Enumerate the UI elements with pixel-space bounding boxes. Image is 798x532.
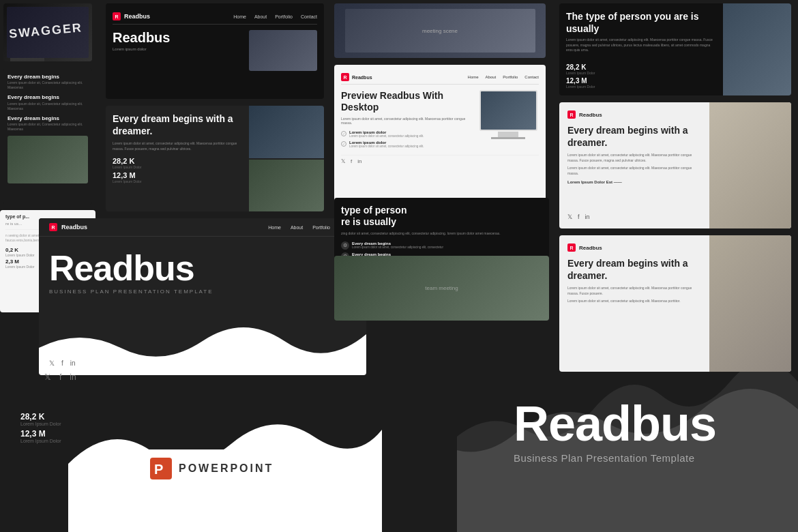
svg-text:P: P [154,462,163,477]
main-card-title: Readbus [49,250,356,286]
card6-check2-body: Lorem ipsum dolor sit amet, consectetur … [349,145,424,148]
card8-body2: Lorem ipsum dolor sit amet, consectetur … [567,166,701,176]
card2-title3: Every dream begins [8,115,88,122]
card6-twitter: 𝕏 [341,158,345,164]
card2-body1: Lorem ipsum dolor sit, Consectetur adipi… [8,80,88,90]
card4-stat1-num: 28,2 K [113,157,242,165]
linkedin-icon[interactable]: in [70,372,76,382]
card6-title: Preview Readbus With Desktop [341,90,471,113]
card4-title: Every dream begins with a dreamer. [113,113,242,137]
card8-logo-badge: R [567,110,576,119]
card6-nav-portfolio: Portfolio [503,75,518,79]
card2-title1: Every dream begins [8,74,88,80]
main-card-subtitle: BUSINESS PLAN PRESENTATION TEMPLATE [49,289,356,295]
card2-body2: Lorem ipsum dolor sit, Consectetur adipi… [8,102,88,111]
card13-title: Every dream begins with a dreamer. [567,257,701,282]
card11-body: zing dolor sit amet, consectetur adipisc… [341,231,542,237]
main-card-logo-badge: R [49,223,57,231]
main-card-twitter: 𝕏 [49,359,55,367]
main-brand-title: Readbus [514,399,716,448]
slide-card-4[interactable]: Every dream begins with a dreamer. Lorem… [106,106,324,211]
card3-logo: Readbus [124,13,150,20]
card13-logo-badge: R [567,243,576,252]
twitter-icon[interactable]: 𝕏 [44,372,51,382]
card4-stat2-label: Lorem Ipsum Dolor [113,179,242,183]
stat-num-2: 12,3 M [20,429,61,439]
card6-logo-badge: R [341,73,349,81]
card13-logo: Readbus [579,245,602,251]
card2-title2: Every dream begins [8,94,88,101]
card-wave [39,321,366,375]
card6-facebook: f [351,158,352,164]
slide-card-readbus-main[interactable]: R Readbus Home About Portfolio Contact R… [39,218,366,375]
card6-nav-contact: Contact [524,75,539,79]
card7-stat1: 28,2 K [566,63,716,71]
card13-body1: Lorem ipsum dolor sit amet, consectetur … [567,286,701,296]
main-card-facebook: f [61,359,63,367]
social-icons-bottom[interactable]: 𝕏 f in [44,372,76,382]
card3-nav-portfolio: Portfolio [275,14,293,19]
slide-card-3[interactable]: R Readbus Home About Portfolio Contact R… [106,3,324,99]
card4-stat2-num: 12,3 M [113,171,242,179]
card8-twitter: 𝕏 [567,213,572,220]
slide-card-5[interactable]: meeting scene [334,3,546,58]
card7-stat2-label: Lorem Ipsum Dolor [566,85,716,89]
slide-card-8[interactable]: R Readbus Every dream begins with a drea… [559,102,791,228]
slide-card-1[interactable]: SWAGGER [3,3,92,61]
card3-nav-home: Home [233,14,246,19]
card6-linkedin: in [357,158,361,164]
card8-logo: Readbus [579,112,602,118]
card8-facebook: f [578,213,580,220]
card6-logo: Readbus [352,75,372,80]
main-card-nav-portfolio: Portfolio [312,225,330,230]
facebook-icon[interactable]: f [59,372,61,382]
card7-stat2: 12,3 M [566,77,716,85]
stat-label-1: Lorem Ipsum Dolor [20,422,61,426]
readbus-logo-badge: R [113,12,121,20]
stats-bottom-left: 28,2 K Lorem Ipsum Dolor 12,3 M Lorem Ip… [20,412,61,443]
card13-body2: Lorem ipsum dolor sit amet, consectetur … [567,299,701,304]
card4-stat1-label: Lorem Ipsum Dolor [113,165,242,169]
card6-nav-home: Home [468,75,479,79]
stat-label-2: Lorem Ipsum Dolor [20,439,61,443]
slide-card-12[interactable]: team meeting [334,256,549,321]
card7-title: The type of person you are is usually [566,10,716,35]
card6-body: Lorem ipsum dolor sit amet, consectetur … [341,117,471,125]
powerpoint-icon: P [150,458,172,479]
card3-lorem: Lorem ipsum dolor [113,47,243,51]
card7-stat1-label: Lorem Ipsum Dolor [566,71,716,75]
card2-body3: Lorem ipsum dolor sit, Consectetur adipi… [8,122,88,132]
main-card-nav-about: About [291,225,303,230]
slide-card-13[interactable]: R Readbus Every dream begins with a drea… [559,235,791,372]
main-card-linkedin: in [70,359,76,367]
main-card-nav-home: Home [268,225,281,230]
card7-body: Lorem ipsum dolor sit amet, consectetur … [566,38,716,53]
main-card-logo: Readbus [61,224,87,231]
main-brand-tagline: Business Plan Presentation Template [514,452,716,464]
card6-nav-about: About [486,75,497,79]
card8-cta: Lorem Ipsum Dolor Est —— [567,180,701,184]
card3-big-title: Readbus [113,30,243,45]
card8-body1: Lorem ipsum dolor sit amet, consectetur … [567,153,701,163]
slide-card-2[interactable]: Every dream begins Lorem ipsum dolor sit… [3,68,92,205]
card11-feature1-body: Lorem ipsum dolor sit amet, consectetur … [352,246,443,249]
stat-num-1: 28,2 K [20,412,61,422]
card3-nav-contact: Contact [301,14,317,19]
main-brand-area: Readbus Business Plan Presentation Templ… [514,399,716,464]
card3-nav-about: About [254,14,267,19]
slide-card-6[interactable]: R Readbus Home About Portfolio Contact P… [334,65,546,215]
card6-check1-body: Lorem ipsum dolor sit amet, consectetur … [349,134,424,138]
card11-title: type of person re is usually [341,205,542,228]
powerpoint-badge[interactable]: P POWERPOINT [136,449,287,488]
powerpoint-label: POWERPOINT [179,462,274,475]
card4-body: Lorem ipsum dolor sit amet, consectetur … [113,141,242,151]
card8-linkedin: in [585,213,590,220]
card8-title: Every dream begins with a dreamer. [567,124,701,149]
slide-card-7[interactable]: The type of person you are is usually Lo… [559,3,791,95]
